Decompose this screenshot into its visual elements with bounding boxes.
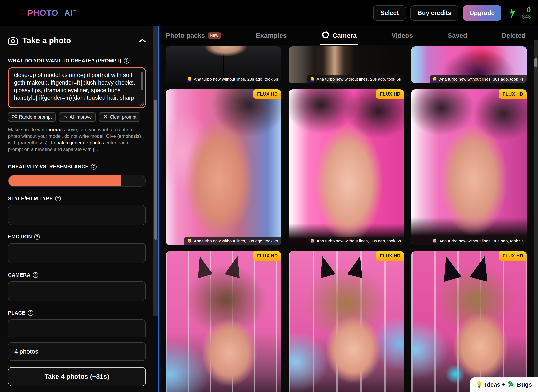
- shuffle-icon: [12, 114, 17, 120]
- style-film-type-label: STYLE/FILM TYPE ?: [8, 196, 146, 201]
- place-input[interactable]: [8, 319, 146, 340]
- sidebar: Take a photo WHAT DO YOU WANT TO CREATE?…: [0, 26, 159, 392]
- model-avatar-emoji: 👱‍♀️: [310, 77, 315, 82]
- photo-card[interactable]: FLUX HD: [411, 251, 527, 392]
- emotion-label: EMOTION ?: [8, 234, 146, 240]
- tab-deleted[interactable]: Deleted: [502, 26, 526, 45]
- prompt-scrollbar-thumb[interactable]: [141, 72, 143, 90]
- place-label: PLACE ?: [8, 310, 146, 316]
- model-avatar-emoji: 👱‍♀️: [187, 238, 192, 243]
- page-scrollbar-thumb[interactable]: [534, 58, 537, 67]
- photo-card[interactable]: FLUX HD: [289, 251, 404, 392]
- photo-card[interactable]: 👱‍♀️ Ana turbo new without lines, 28s ag…: [289, 46, 404, 83]
- generated-photo: [411, 251, 527, 392]
- app-header: PHOTO AI™ Select Buy credits Upgrade 0 +…: [0, 0, 538, 26]
- photo-card[interactable]: FLUX HD 👱‍♀️ Ana turbo new without lines…: [166, 89, 281, 245]
- photo-caption: 👱‍♀️ Ana turbo new without lines, 30s ag…: [307, 237, 404, 245]
- header-actions: Select Buy credits Upgrade 0 +848: [373, 5, 531, 21]
- tab-examples[interactable]: Examples: [256, 26, 287, 45]
- ai-improve-button[interactable]: AI Improve: [59, 112, 96, 122]
- photo-ai-spiral-logo-icon: [9, 6, 23, 20]
- photo-count-select[interactable]: 4 photos: [8, 342, 146, 361]
- tab-videos[interactable]: Videos: [391, 26, 413, 45]
- clear-prompt-button[interactable]: Clear prompt: [99, 112, 140, 122]
- lightning-bolt-icon: [509, 7, 516, 19]
- generated-photo: [411, 89, 527, 245]
- flux-hd-badge: FLUX HD: [253, 251, 281, 261]
- photo-card[interactable]: 👱‍♀️ Ana turbo new without lines, 30s ag…: [411, 46, 527, 83]
- photo-grid: 👱‍♀️ Ana turbo new without lines, 28s ag…: [159, 45, 538, 392]
- x-icon: [103, 114, 108, 120]
- creativity-slider[interactable]: [8, 175, 146, 187]
- generated-photo: [166, 251, 281, 392]
- flux-hd-badge: FLUX HD: [376, 89, 404, 99]
- help-question-icon[interactable]: ?: [28, 310, 33, 316]
- model-avatar-emoji: 👱‍♀️: [310, 238, 315, 243]
- main-tabs: Photo packs NEW Examples Camera Videos S…: [159, 26, 538, 45]
- batch-generate-link[interactable]: batch generate photos: [56, 140, 104, 145]
- camera-shutter-icon: [321, 31, 330, 41]
- camera-input[interactable]: [8, 281, 146, 301]
- credit-bonus: +848: [519, 14, 531, 20]
- upgrade-button[interactable]: Upgrade: [463, 5, 501, 21]
- model-avatar-emoji: 👱‍♀️: [187, 77, 192, 82]
- help-question-icon[interactable]: ?: [33, 272, 38, 278]
- prompt-resize-handle[interactable]: [140, 102, 144, 106]
- take-a-photo-header[interactable]: Take a photo: [8, 36, 146, 45]
- panel-title: Take a photo: [22, 36, 134, 45]
- lightbulb-emoji-icon: 💡: [476, 381, 483, 388]
- flux-hd-badge: FLUX HD: [253, 89, 281, 99]
- sidebar-footer: 4 photos Take 4 photos (~31s): [0, 337, 153, 392]
- prompt-label: WHAT DO YOU WANT TO CREATE? (PROMPT) ?: [8, 58, 146, 64]
- flux-hd-badge: FLUX HD: [376, 251, 404, 261]
- model-avatar-emoji: 👱‍♀️: [432, 77, 437, 82]
- photo-caption: 👱‍♀️ Ana turbo new without lines, 28s ag…: [307, 75, 404, 83]
- camera-label: CAMERA ?: [8, 272, 146, 278]
- take-photos-button[interactable]: Take 4 photos (~31s): [8, 367, 146, 386]
- tab-camera[interactable]: Camera: [321, 26, 357, 45]
- random-prompt-button[interactable]: Random prompt: [8, 112, 56, 122]
- tab-saved[interactable]: Saved: [448, 26, 467, 45]
- help-question-icon[interactable]: ?: [34, 234, 40, 240]
- option-fields: STYLE/FILM TYPE ? EMOTION ? CAMERA ? PLA…: [8, 196, 146, 340]
- prompt-help-text: Make sure to write model above, or if yo…: [8, 126, 142, 153]
- sidebar-scrollbar-track[interactable]: [153, 26, 158, 316]
- ideas-bugs-button[interactable]: 💡 Ideas + 🪲 Bugs: [470, 378, 538, 392]
- photo-caption: 👱‍♀️ Ana turbo new without lines, 30s ag…: [430, 75, 527, 83]
- emotion-input[interactable]: [8, 243, 146, 263]
- generated-photo: [166, 89, 281, 245]
- flux-hd-badge: FLUX HD: [499, 251, 527, 261]
- sidebar-scrollbar-thumb[interactable]: [154, 100, 157, 240]
- page-scrollbar-track[interactable]: [533, 40, 538, 392]
- brand-suffix: AI™: [64, 8, 77, 18]
- brand-name: PHOTO: [28, 8, 58, 18]
- photo-card[interactable]: FLUX HD: [166, 251, 281, 392]
- bug-emoji-icon: 🪲: [508, 381, 515, 388]
- main-content: Photo packs NEW Examples Camera Videos S…: [159, 26, 538, 392]
- collapse-chevron-up-icon[interactable]: [139, 39, 146, 42]
- photo-card[interactable]: FLUX HD 👱‍♀️ Ana turbo new without lines…: [289, 89, 404, 245]
- flux-hd-badge: FLUX HD: [499, 89, 527, 99]
- help-question-icon[interactable]: ?: [55, 196, 61, 201]
- creativity-slider-fill: [8, 175, 121, 187]
- buy-credits-button[interactable]: Buy credits: [410, 5, 459, 21]
- credit-count: 0: [527, 6, 531, 14]
- credits-indicator[interactable]: 0 +848: [509, 6, 531, 20]
- generated-photo: [289, 251, 404, 392]
- new-badge: NEW: [208, 32, 221, 39]
- sidebar-resize-divider[interactable]: [158, 26, 159, 392]
- sparkles-icon: [63, 114, 68, 120]
- creativity-label: CREATIVITY VS. RESEMBLANCE ?: [8, 164, 146, 170]
- style-film-type-input[interactable]: [8, 205, 146, 225]
- tab-photo-packs[interactable]: Photo packs NEW: [166, 26, 221, 45]
- prompt-input[interactable]: close-up of model as an e-girl portrait …: [8, 67, 146, 108]
- photo-caption: 👱‍♀️ Ana turbo new without lines, 30s ag…: [430, 237, 527, 245]
- photo-card[interactable]: FLUX HD 👱‍♀️ Ana turbo new without lines…: [411, 89, 527, 245]
- brand-logo[interactable]: PHOTO AI™: [9, 6, 77, 20]
- help-question-icon[interactable]: ?: [91, 164, 97, 170]
- camera-outline-icon: [8, 36, 18, 45]
- select-button[interactable]: Select: [373, 5, 406, 21]
- prompt-actions: Random prompt AI Improve Clear prompt: [8, 112, 146, 122]
- help-question-icon[interactable]: ?: [124, 58, 130, 64]
- photo-card[interactable]: 👱‍♀️ Ana turbo new without lines, 28s ag…: [166, 46, 281, 83]
